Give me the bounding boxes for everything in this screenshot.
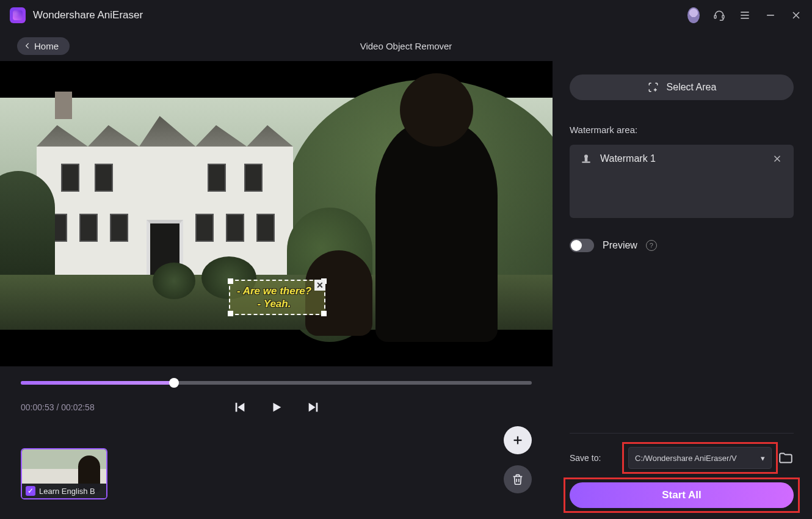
clips-row: ✓ Learn English B — [0, 414, 553, 504]
selection-icon — [647, 81, 659, 93]
watermark-remove-button[interactable] — [772, 153, 783, 164]
start-all-label: Start All — [662, 489, 701, 501]
svg-point-21 — [584, 154, 588, 158]
help-icon[interactable]: ? — [646, 240, 657, 251]
save-path-value: C:/Wondershare AniEraser/V — [635, 454, 737, 463]
select-area-button[interactable]: Select Area — [570, 74, 794, 100]
home-button[interactable]: Home — [17, 37, 70, 55]
svg-marker-9 — [237, 403, 244, 412]
titlebar: Wondershare AniEraser — [0, 0, 812, 31]
video-canvas[interactable]: - Are we there? - Yeah. ✕ — [0, 61, 553, 366]
svg-marker-12 — [308, 403, 315, 412]
save-row: Save to: C:/Wondershare AniEraser/V ▾ — [570, 447, 794, 469]
chevron-left-icon — [23, 42, 32, 50]
select-area-label: Select Area — [667, 82, 717, 93]
editor-left: - Are we there? - Yeah. ✕ 00:00:53 / 00:… — [0, 61, 553, 519]
close-window-button[interactable] — [790, 9, 802, 21]
watermark-name: Watermark 1 — [600, 153, 763, 164]
page-title: Video Object Remover — [360, 41, 452, 51]
caret-down-icon: ▾ — [757, 454, 765, 463]
svg-rect-11 — [316, 403, 317, 412]
watermark-list: Watermark 1 — [570, 145, 794, 218]
add-clip-button[interactable] — [504, 426, 532, 454]
play-button[interactable] — [270, 401, 283, 414]
selection-close-button[interactable]: ✕ — [314, 280, 325, 291]
menu-icon[interactable] — [739, 9, 751, 21]
svg-rect-20 — [585, 158, 588, 162]
open-folder-button[interactable] — [778, 450, 794, 466]
svg-rect-1 — [722, 15, 724, 18]
preview-row: Preview ? — [570, 239, 794, 252]
preview-toggle[interactable] — [570, 239, 594, 252]
avatar[interactable] — [687, 9, 700, 21]
svg-rect-8 — [235, 403, 237, 412]
clip-thumbnail[interactable]: ✓ Learn English B — [21, 448, 107, 499]
save-to-label: Save to: — [570, 453, 622, 463]
svg-marker-10 — [273, 403, 281, 412]
divider — [570, 433, 794, 434]
save-path-dropdown[interactable]: C:/Wondershare AniEraser/V ▾ — [628, 447, 772, 469]
svg-rect-19 — [582, 162, 590, 163]
resize-handle-bl[interactable] — [228, 311, 233, 316]
clip-checkbox[interactable]: ✓ — [26, 486, 35, 496]
app-title: Wondershare AniEraser — [33, 9, 143, 21]
timecode: 00:00:53 / 00:02:58 — [21, 402, 95, 412]
seek-track[interactable] — [21, 381, 532, 385]
start-all-button[interactable]: Start All — [570, 482, 794, 508]
subheader: Home Video Object Remover — [0, 31, 812, 61]
minimize-button[interactable] — [764, 9, 777, 21]
next-frame-button[interactable] — [306, 401, 320, 414]
timeline: 00:00:53 / 00:02:58 — [0, 366, 553, 414]
side-panel: Select Area Watermark area: Watermark 1 … — [553, 61, 812, 519]
seek-fill — [21, 381, 174, 385]
watermark-item[interactable]: Watermark 1 — [570, 145, 794, 173]
support-icon[interactable] — [713, 9, 725, 21]
resize-handle-tl[interactable] — [228, 278, 233, 284]
resize-handle-br[interactable] — [321, 311, 327, 316]
app-logo — [10, 7, 26, 23]
subtitle-overlay: - Are we there? - Yeah. — [235, 285, 313, 311]
prev-frame-button[interactable] — [233, 401, 247, 414]
svg-rect-0 — [714, 15, 716, 18]
selection-box[interactable]: - Are we there? - Yeah. ✕ — [229, 280, 325, 315]
delete-clip-button[interactable] — [504, 465, 532, 493]
clip-filename: Learn English B — [39, 487, 95, 496]
watermark-section-label: Watermark area: — [570, 125, 794, 135]
home-label: Home — [34, 41, 59, 51]
watermark-stamp-icon — [581, 153, 592, 164]
seek-thumb[interactable] — [169, 378, 179, 388]
preview-label: Preview — [603, 240, 637, 251]
